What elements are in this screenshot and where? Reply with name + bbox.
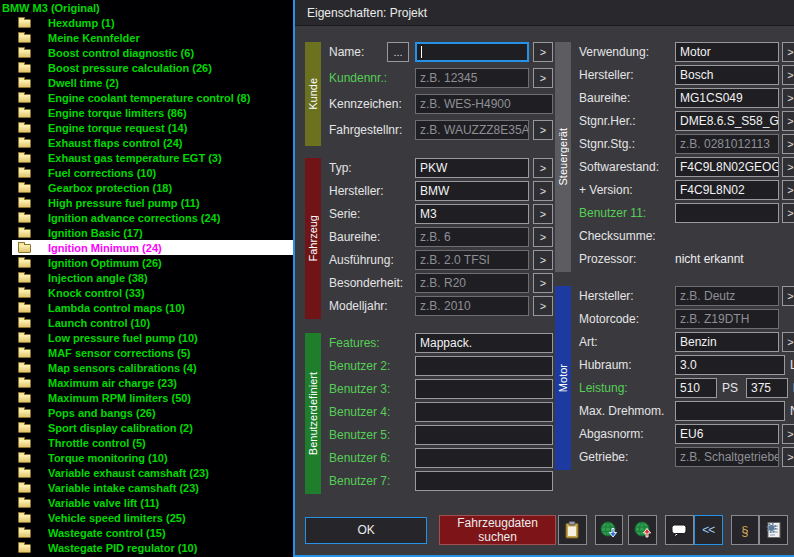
tree-item[interactable]: Pops and bangs (26)	[0, 405, 293, 420]
dropdown-arrow-button[interactable]: >	[533, 273, 553, 293]
tree-item[interactable]: Engine torque limiters (86)	[0, 105, 293, 120]
tree-item[interactable]: Exhaust gas temperature EGT (3)	[0, 150, 293, 165]
field-input[interactable]	[675, 203, 779, 223]
field-input[interactable]: z.B. 6	[415, 227, 529, 247]
field-input[interactable]	[415, 402, 553, 422]
dropdown-arrow-button[interactable]: >	[782, 203, 794, 223]
field-input[interactable]	[415, 379, 553, 399]
dropdown-arrow-button[interactable]: >	[533, 181, 553, 201]
tree-item[interactable]: Variable exhaust camshaft (23)	[0, 465, 293, 480]
tree-item[interactable]: Low pressure fuel pump (10)	[0, 330, 293, 345]
tree-item[interactable]: Lambda control maps (10)	[0, 300, 293, 315]
tree-item[interactable]: Variable intake camshaft (23)	[0, 480, 293, 495]
dropdown-arrow-button[interactable]: >	[533, 120, 553, 140]
dropdown-arrow-button[interactable]: >	[782, 332, 794, 352]
field-input[interactable]: M3	[415, 204, 529, 224]
search-vehicle-data-button[interactable]: Fahrzeugdaten suchen	[439, 515, 556, 545]
paste-button[interactable]	[558, 515, 587, 545]
dropdown-arrow-button[interactable]: >	[533, 227, 553, 247]
field-input[interactable]: BMW	[415, 181, 529, 201]
ok-button[interactable]: OK	[305, 517, 427, 544]
field-input[interactable]: 3.0	[675, 355, 785, 375]
tree-item[interactable]: Wastegate control (15)	[0, 525, 293, 540]
browse-button[interactable]: ...	[387, 42, 409, 62]
dropdown-arrow-button[interactable]: >	[782, 157, 794, 177]
field-input[interactable]	[415, 471, 553, 491]
tree-item[interactable]: Boost pressure calculation (26)	[0, 60, 293, 75]
tree-item[interactable]: Torque monitoring (10)	[0, 450, 293, 465]
tree-item[interactable]: Launch control (10)	[0, 315, 293, 330]
tree-item[interactable]: High pressure fuel pump (11)	[0, 195, 293, 210]
tree-item[interactable]: Injection angle (38)	[0, 270, 293, 285]
dropdown-arrow-button[interactable]: >	[782, 88, 794, 108]
field-input[interactable]: z.B. 12345	[415, 68, 529, 88]
tree-item[interactable]: Wastegate PID regulator (10)	[0, 540, 293, 555]
comment-button[interactable]	[665, 515, 694, 545]
dropdown-arrow-button[interactable]: >	[533, 42, 553, 62]
field-input[interactable]: Motor	[675, 42, 779, 62]
tree-item[interactable]: Fuel corrections (10)	[0, 165, 293, 180]
field-input[interactable]: F4C9L8N02	[675, 180, 779, 200]
tree-item[interactable]: Boost control diagnostic (6)	[0, 45, 293, 60]
tree-item[interactable]: Ignition Minimum (24)	[12, 240, 293, 255]
field-input[interactable]: z.B. 0281012113	[675, 134, 779, 154]
dropdown-arrow-button[interactable]: >	[782, 180, 794, 200]
tree-item[interactable]: Maximum air charge (23)	[0, 375, 293, 390]
dropdown-arrow-button[interactable]: >	[782, 111, 794, 131]
tree-item[interactable]: Exhaust flaps control (24)	[0, 135, 293, 150]
tree-item[interactable]: Ignition Optimum (26)	[0, 255, 293, 270]
field-input[interactable]: Benzin	[675, 332, 779, 352]
dropdown-arrow-button[interactable]: >	[533, 158, 553, 178]
field-input[interactable]: F4C9L8N02GEOGR_	[675, 157, 779, 177]
collapse-button[interactable]: <<	[694, 515, 723, 545]
field-input[interactable]: z.B. WES-H4900	[415, 94, 553, 114]
dropdown-arrow-button[interactable]: >	[533, 68, 553, 88]
field-input[interactable]: Mappack.	[415, 333, 553, 353]
project-notes-button[interactable]	[759, 515, 788, 545]
dropdown-arrow-button[interactable]: >	[782, 447, 794, 467]
download-online-data-button[interactable]	[595, 515, 624, 545]
field-input[interactable]: z.B. 2.0 TFSI	[415, 250, 529, 270]
field-input[interactable]: MG1CS049	[675, 88, 779, 108]
tree-item[interactable]: Sport display calibration (2)	[0, 420, 293, 435]
field-input[interactable]	[675, 401, 785, 421]
field-input[interactable]: DME8.6.S_S58_G80	[675, 111, 779, 131]
tree-item[interactable]: MAF sensor corrections (5)	[0, 345, 293, 360]
field-input[interactable]: z.B. Deutz	[675, 286, 779, 306]
tree-root-item[interactable]: BMW M3 (Original)	[0, 0, 293, 15]
field-input[interactable]: EU6	[675, 424, 779, 444]
field-input[interactable]: z.B. WAUZZZ8E35A235	[415, 120, 529, 140]
tree-item[interactable]: Dwell time (2)	[0, 75, 293, 90]
dropdown-arrow-button[interactable]: >	[533, 250, 553, 270]
field-input[interactable]	[415, 42, 529, 62]
field-input[interactable]	[415, 356, 553, 376]
field-input[interactable]: Bosch	[675, 65, 779, 85]
tree-item[interactable]: Gearbox protection (18)	[0, 180, 293, 195]
dropdown-arrow-button[interactable]: >	[782, 65, 794, 85]
tree-item[interactable]: Throttle control (5)	[0, 435, 293, 450]
tree-item[interactable]: Map sensors calibrations (4)	[0, 360, 293, 375]
field-input[interactable]: 510	[675, 378, 717, 398]
field-input[interactable]: z.B. 2010	[415, 296, 529, 316]
dropdown-arrow-button[interactable]: >	[782, 286, 794, 306]
upload-online-data-button[interactable]	[628, 515, 657, 545]
field-input[interactable]	[415, 448, 553, 468]
tree-item[interactable]: Vehicle speed limiters (25)	[0, 510, 293, 525]
dropdown-arrow-button[interactable]: >	[782, 134, 794, 154]
dropdown-arrow-button[interactable]: >	[533, 204, 553, 224]
tree-item[interactable]: Variable valve lift (11)	[0, 495, 293, 510]
field-input[interactable]: z.B. R20	[415, 273, 529, 293]
tree-item[interactable]: Ignition advance corrections (24)	[0, 210, 293, 225]
dropdown-arrow-button[interactable]: >	[782, 424, 794, 444]
tree-item[interactable]: Engine coolant temperature control (8)	[0, 90, 293, 105]
legal-paragraph-button[interactable]: §	[731, 515, 760, 545]
dropdown-arrow-button[interactable]: >	[782, 42, 794, 62]
field-input[interactable]: z.B. Schaltgetriebe	[675, 447, 779, 467]
field-input[interactable]: 375	[746, 378, 788, 398]
field-input[interactable]: z.B. Z19DTH	[675, 309, 779, 329]
field-input[interactable]: PKW	[415, 158, 529, 178]
tree-item[interactable]: Hexdump (1)	[0, 15, 293, 30]
tree-item[interactable]: Meine Kennfelder	[0, 30, 293, 45]
tree-item[interactable]: Ignition Basic (17)	[0, 225, 293, 240]
field-input[interactable]	[415, 425, 553, 445]
